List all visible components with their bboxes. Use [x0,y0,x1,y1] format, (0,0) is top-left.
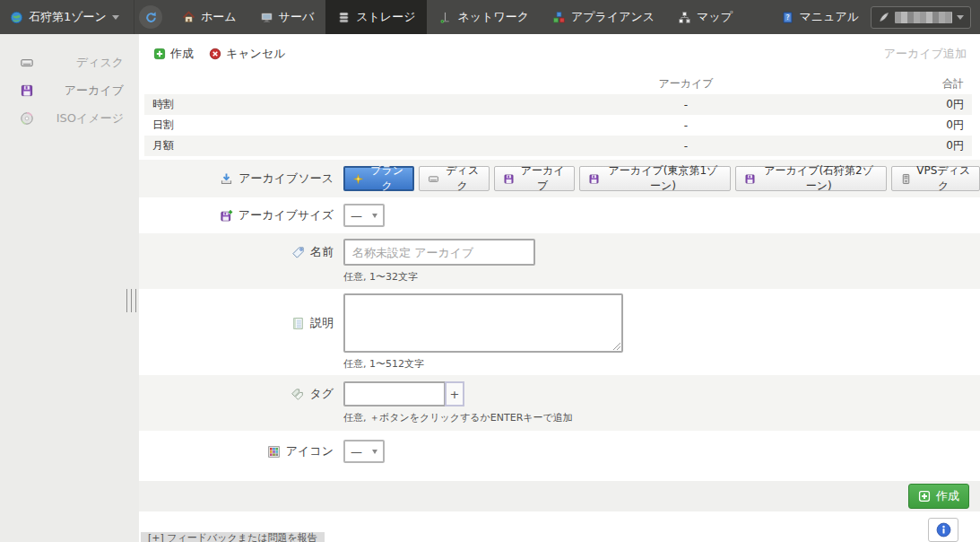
source-option-blank[interactable]: ブランク [343,166,414,191]
note-icon [291,317,305,330]
archive-size-select[interactable]: — [343,204,385,227]
sidebar: ディスク アーカイブ ISOイメージ [0,34,139,542]
main-panel: 作成 キャンセル アーカイブ追加 アーカイブ 合計 時割 - 0円 [139,34,980,542]
source-option-disk[interactable]: ディスク [419,166,490,191]
plus-icon [918,490,931,503]
name-hint: 任意, 1〜32文字 [343,270,980,284]
description-textarea[interactable] [343,293,623,353]
row-archive-source: アーカイブソース ブランク ディスク [139,160,980,197]
archive-form: アーカイブソース ブランク ディスク [139,160,980,472]
archive-source-icon [220,172,233,186]
tags-hint: 任意, ＋ボタンをクリックするかENTERキーで追加 [343,411,980,424]
archive-floppy-icon [744,173,756,185]
vps-server-icon [900,173,912,185]
chevron-down-icon [957,15,964,20]
tags-icon [291,388,304,401]
chevron-down-icon [112,15,119,20]
archive-floppy-icon [20,83,34,98]
plus-icon [153,48,166,60]
sidebar-item-archive[interactable]: アーカイブ [0,76,139,104]
info-button[interactable] [928,518,958,542]
chevron-down-icon [372,450,377,454]
header-right: マニュアル [781,6,980,29]
storage-icon [337,11,351,24]
nav-item-map[interactable]: マップ [666,0,744,34]
refresh-button[interactable] [139,5,162,29]
archive-size-label: アーカイブサイズ [238,207,334,223]
create-submit-button[interactable]: 作成 [908,484,969,509]
manual-help-icon [781,11,794,24]
row-description: 説明 任意, 1〜512文字 [139,289,980,375]
name-label: 名前 [310,244,334,260]
icon-label: アイコン [286,443,334,459]
feather-pen-icon [878,11,890,23]
feedback-report-link[interactable]: [+] フィードバックまたは問題を報告 [141,532,325,542]
disk-icon [20,56,34,70]
nav-item-home[interactable]: ホーム [170,0,248,34]
home-icon [182,11,195,24]
sidebar-item-iso[interactable]: ISOイメージ [0,104,139,132]
icon-grid-icon [267,445,281,459]
map-icon [678,11,691,24]
nav-item-network[interactable]: ネットワーク [427,0,541,34]
row-name: 名前 任意, 1〜32文字 [139,233,980,289]
appliance-icon [552,11,566,24]
disk-icon [428,173,439,185]
source-option-archive[interactable]: アーカイブ [494,166,575,191]
archive-floppy-icon [503,173,515,185]
main-nav: ホーム サーバ ストレージ ネットワーク アプライアンス マップ [170,0,744,34]
icon-select[interactable]: — [343,440,385,463]
network-icon [438,11,452,24]
spark-icon [352,173,364,185]
pricing-col-archive: アーカイブ [516,76,856,92]
footer-action-bar: 作成 [139,481,980,511]
pricing-table: アーカイブ 合計 時割 - 0円 日割 - 0円 月額 - 0円 [144,73,972,156]
pricing-header-row: アーカイブ 合計 [144,73,972,94]
manual-link[interactable]: マニュアル [781,9,859,25]
server-icon [260,11,273,24]
page-title: アーカイブ追加 [884,46,967,62]
archive-source-label: アーカイブソース [238,170,334,187]
nav-item-storage[interactable]: ストレージ [325,0,427,34]
tag-add-button[interactable]: + [445,381,464,406]
row-archive-size: アーカイブサイズ — [139,197,980,233]
cancel-icon [209,48,221,60]
source-option-archive-ishikari2[interactable]: アーカイブ(石狩第2ゾーン) [735,166,887,191]
name-input[interactable] [343,239,535,266]
top-nav-bar: 石狩第1ゾーン ホーム サーバ ストレージ ネットワーク [0,0,980,34]
name-tag-icon [291,246,305,259]
zone-selector[interactable]: 石狩第1ゾーン [0,0,134,34]
archive-source-options: ブランク ディスク アーカイブ [343,166,980,191]
create-link[interactable]: 作成 [153,46,194,62]
source-option-archive-tokyo1[interactable]: アーカイブ(東京第1ゾーン) [579,166,731,191]
toolbar: 作成 キャンセル アーカイブ追加 [139,43,980,65]
pricing-row-hourly: 時割 - 0円 [144,94,972,115]
chevron-down-icon [372,214,377,218]
nav-item-appliance[interactable]: アプライアンス [541,0,666,34]
source-option-vps-disk[interactable]: VPSディスク [891,166,980,191]
nav-item-server[interactable]: サーバ [248,0,326,34]
description-label: 説明 [310,315,334,331]
globe-icon [10,11,23,24]
body-layout: ディスク アーカイブ ISOイメージ 作成 キャンセル [0,34,980,542]
row-tags: タグ + 任意, ＋ボタンをクリックするかENTERキーで追加 [139,375,980,431]
sidebar-item-disk[interactable]: ディスク [0,48,139,76]
zone-label: 石狩第1ゾーン [29,9,107,25]
sakura-cloud-console: 石狩第1ゾーン ホーム サーバ ストレージ ネットワーク [0,0,980,542]
tags-label: タグ [309,386,334,402]
account-name-redacted [895,12,952,23]
refresh-icon [144,11,158,24]
pricing-row-daily: 日割 - 0円 [144,115,972,136]
pricing-row-monthly: 月額 - 0円 [144,136,972,156]
info-icon [936,522,951,538]
archive-floppy-icon [588,173,600,185]
pricing-col-total: 合計 [856,76,964,92]
row-icon: アイコン — [139,431,980,472]
archive-size-icon [220,209,233,223]
account-selector[interactable] [871,6,971,29]
sidebar-resize-handle[interactable] [126,289,138,312]
description-hint: 任意, 1〜512文字 [343,357,980,371]
iso-cd-icon [20,111,34,126]
cancel-link[interactable]: キャンセル [209,46,286,62]
tag-input[interactable] [343,381,446,406]
